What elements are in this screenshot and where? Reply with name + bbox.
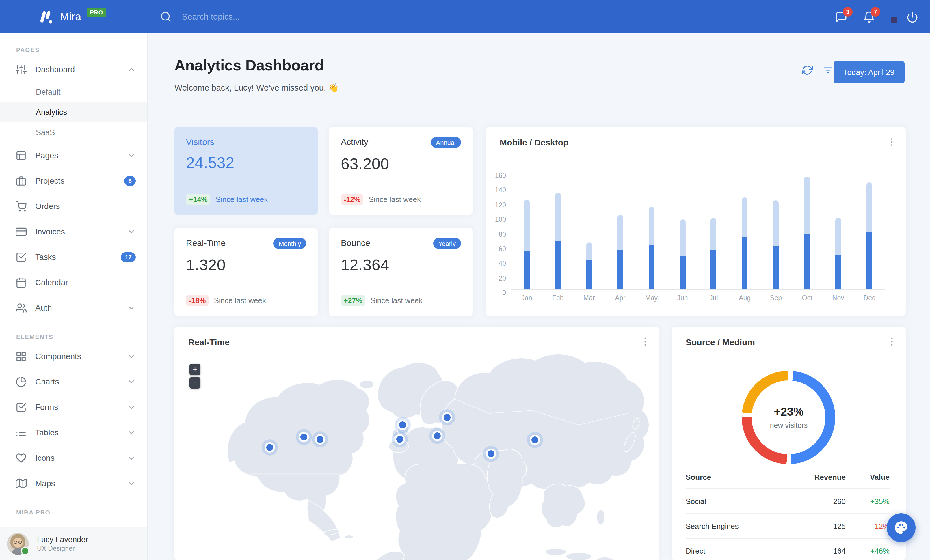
bar-jul[interactable] xyxy=(711,217,717,289)
bar-aug[interactable] xyxy=(742,198,748,289)
stat-value: 12.364 xyxy=(341,256,461,274)
sliders-icon xyxy=(15,64,26,75)
sidebar-subitem-saas[interactable]: SaaS xyxy=(0,123,147,143)
bar-nov[interactable] xyxy=(835,217,841,289)
bar-jun[interactable] xyxy=(680,220,685,289)
date-range-button[interactable]: Today: April 29 xyxy=(833,61,904,83)
sidebar-subitem-analytics[interactable]: Analytics xyxy=(0,102,147,123)
table-row-social: Social260+35% xyxy=(686,489,890,514)
map-marker-2[interactable] xyxy=(300,434,307,440)
kebab-icon xyxy=(887,137,897,147)
map-zoom-out-button[interactable]: - xyxy=(189,377,200,388)
sidebar-item-invoices[interactable]: Invoices xyxy=(0,219,147,244)
stat-caption: Since last week xyxy=(216,195,268,204)
sidebar-item-projects[interactable]: Projects8 xyxy=(0,168,147,193)
user-role: UX Designer xyxy=(37,545,88,552)
sidebar-item-tasks[interactable]: Tasks17 xyxy=(0,244,147,270)
sidebar-item-charts[interactable]: Charts xyxy=(0,369,147,394)
pro-badge: PRO xyxy=(87,7,106,17)
x-axis-label: Nov xyxy=(832,295,844,301)
stat-period-badge: Monthly xyxy=(274,238,306,249)
sidebar-item-dashboard[interactable]: Dashboard xyxy=(0,57,147,82)
messages-count-badge: 3 xyxy=(843,7,853,17)
bar-dec-desktop xyxy=(867,232,872,289)
app-root: Mira PRO 3 7 PAGESDashboardDefaul xyxy=(0,0,930,560)
chart-menu-button[interactable] xyxy=(885,135,899,149)
sidebar-subitem-default[interactable]: Default xyxy=(0,82,147,102)
user-name: Lucy Lavender xyxy=(37,535,88,544)
x-axis-label: Jul xyxy=(709,295,718,301)
bar-feb-desktop xyxy=(555,241,561,289)
world-map xyxy=(174,327,659,560)
bar-apr[interactable] xyxy=(617,215,623,289)
sidebar-user[interactable]: Lucy Lavender UX Designer xyxy=(0,526,147,560)
chevron-down-icon xyxy=(127,151,136,160)
sidebar-item-icons[interactable]: Icons xyxy=(0,445,147,471)
source-menu-button[interactable] xyxy=(885,335,899,349)
map-marker-5[interactable] xyxy=(443,414,451,421)
map-marker-6[interactable] xyxy=(396,436,403,443)
y-axis-tick: 140 xyxy=(495,187,506,194)
chevron-down-icon xyxy=(127,304,136,312)
bar-oct-desktop xyxy=(804,235,810,289)
power-icon xyxy=(906,11,918,23)
notifications-button[interactable]: 7 xyxy=(863,11,875,23)
search-input[interactable] xyxy=(181,12,333,22)
sidebar-item-auth[interactable]: Auth xyxy=(0,295,147,321)
map-zoom-in-button[interactable]: + xyxy=(189,364,200,375)
heart-icon xyxy=(15,452,26,463)
x-axis-label: Sep xyxy=(770,295,782,301)
sidebar-item-components[interactable]: Components xyxy=(0,344,147,369)
layout-icon xyxy=(15,150,26,161)
sidebar-item-pages[interactable]: Pages xyxy=(0,143,147,168)
bar-sep[interactable] xyxy=(773,201,779,289)
sidebar-item-orders[interactable]: Orders xyxy=(0,193,147,219)
map-marker-8[interactable] xyxy=(488,450,494,457)
stat-change-chip: +14% xyxy=(186,194,211,205)
map-marker-9[interactable] xyxy=(531,436,538,443)
refresh-button[interactable] xyxy=(802,64,813,76)
brand[interactable]: Mira PRO xyxy=(38,0,106,34)
theme-settings-fab[interactable] xyxy=(887,513,916,542)
stat-period-badge: Yearly xyxy=(433,238,461,249)
map-marker-3[interactable] xyxy=(317,436,323,443)
bar-jan-desktop xyxy=(524,250,530,289)
sidebar-item-calendar[interactable]: Calendar xyxy=(0,270,147,295)
bar-mar[interactable] xyxy=(586,242,592,289)
bar-jan[interactable] xyxy=(524,200,530,289)
check-square-icon xyxy=(15,252,26,262)
map-title: Real-Time xyxy=(188,337,229,347)
y-axis-tick: 100 xyxy=(495,216,506,223)
stat-title: Activity xyxy=(341,137,431,147)
stat-caption: Since last week xyxy=(368,195,421,204)
sidebar: PAGESDashboardDefaultAnalyticsSaaSPagesP… xyxy=(0,34,148,560)
bar-dec[interactable] xyxy=(867,183,872,289)
messages-button[interactable]: 3 xyxy=(835,11,847,23)
sidebar-item-maps[interactable]: Maps xyxy=(0,471,147,496)
stat-caption: Since last week xyxy=(214,296,266,305)
sidebar-item-tables[interactable]: Tables xyxy=(0,420,147,445)
page-subtitle: Welcome back, Lucy! We've missed you. 👋 xyxy=(174,83,339,93)
chevron-down-icon xyxy=(127,479,136,488)
map-marker-4[interactable] xyxy=(399,422,406,428)
stat-card-visitors: Visitors24.532+14%Since last week xyxy=(174,127,318,215)
shopping-cart-icon xyxy=(15,201,26,212)
chevron-down-icon xyxy=(127,454,136,462)
users-icon xyxy=(15,302,26,313)
stat-change-chip: -12% xyxy=(341,194,363,205)
x-axis-label: Aug xyxy=(739,295,751,301)
bar-oct[interactable] xyxy=(804,176,810,289)
y-axis-tick: 20 xyxy=(499,275,506,281)
bar-feb[interactable] xyxy=(555,193,561,289)
map-menu-button[interactable] xyxy=(638,335,652,349)
source-medium-card: Source / Medium +23% new visitors Source… xyxy=(672,327,906,560)
sign-out-button[interactable] xyxy=(906,11,918,23)
filter-button[interactable] xyxy=(822,64,833,76)
sidebar-item-forms[interactable]: Forms xyxy=(0,394,147,420)
y-axis-tick: 160 xyxy=(495,172,506,179)
map-marker-1[interactable] xyxy=(266,444,273,451)
source-table: SourceRevenueValueSocial260+35%Search En… xyxy=(686,465,890,560)
stat-period-badge: Annual xyxy=(431,137,461,148)
bar-may[interactable] xyxy=(648,206,654,289)
map-marker-7[interactable] xyxy=(434,433,441,439)
